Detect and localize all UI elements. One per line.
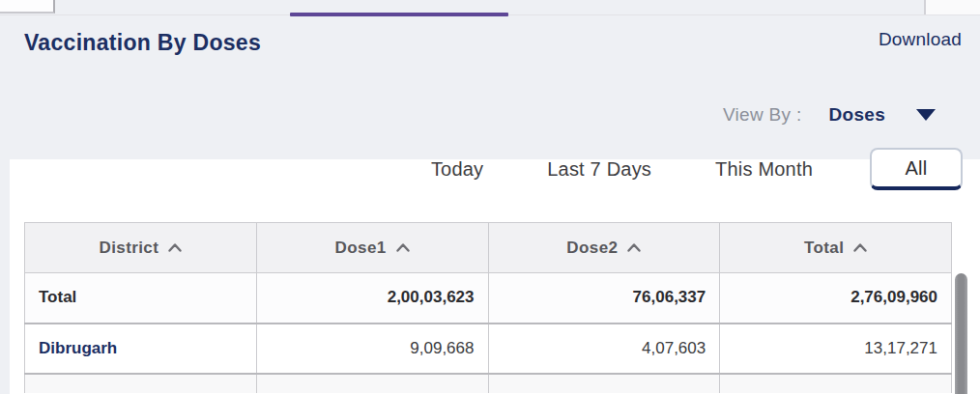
table-cell-dose1: 9,09,668 bbox=[256, 324, 488, 374]
table-cell-dose2: 76,06,337 bbox=[488, 273, 720, 324]
table-header-row: District Dose1 Dose2 Total bbox=[25, 223, 952, 273]
vaccination-dashboard-panel: Vaccination By Doses Download View By : … bbox=[0, 0, 980, 394]
table-cell-district: Dibrugarh bbox=[25, 324, 257, 374]
page-title: Vaccination By Doses bbox=[24, 30, 261, 56]
column-header-district[interactable]: District bbox=[25, 223, 257, 273]
dropdown-caret-icon[interactable] bbox=[916, 109, 936, 121]
district-link[interactable]: Dibrugarh bbox=[39, 339, 117, 357]
chevron-up-icon[interactable] bbox=[853, 238, 867, 257]
view-by-label: View By : bbox=[723, 104, 802, 126]
column-header-total[interactable]: Total bbox=[720, 223, 952, 273]
top-left-card-fragment bbox=[0, 0, 55, 14]
table-row-total: Total 2,00,03,623 76,06,337 2,76,09,960 bbox=[25, 273, 952, 324]
table-cell-district: Total bbox=[25, 273, 257, 324]
tab-all[interactable]: All bbox=[870, 148, 963, 190]
table-cell-dose1: 2,00,03,623 bbox=[256, 273, 488, 324]
active-tab-indicator-fragment bbox=[290, 13, 508, 16]
table-cell-dose2: 4,07,603 bbox=[488, 324, 720, 374]
time-filter-tabs: Today Last 7 Days This Month All bbox=[399, 148, 963, 190]
table-cell-total: 2,76,09,960 bbox=[720, 273, 952, 324]
top-right-card-fragment bbox=[924, 0, 980, 14]
download-button[interactable]: Download bbox=[879, 29, 962, 50]
view-by-dropdown[interactable]: View By : Doses bbox=[723, 104, 936, 126]
doses-table: District Dose1 Dose2 Total Total 2,00,03… bbox=[24, 222, 952, 393]
tab-last-7-days[interactable]: Last 7 Days bbox=[515, 148, 683, 190]
table-row-partial bbox=[25, 374, 952, 393]
tab-today[interactable]: Today bbox=[399, 148, 515, 190]
view-by-selected-value[interactable]: Doses bbox=[828, 104, 885, 126]
chevron-up-icon[interactable] bbox=[396, 238, 410, 257]
column-header-dose1[interactable]: Dose1 bbox=[256, 223, 488, 273]
tab-this-month[interactable]: This Month bbox=[683, 148, 845, 190]
chevron-up-icon[interactable] bbox=[627, 238, 641, 257]
table-row-dibrugarh: Dibrugarh 9,09,668 4,07,603 13,17,271 bbox=[25, 324, 952, 374]
column-header-dose2[interactable]: Dose2 bbox=[488, 223, 720, 273]
table-cell-total: 13,17,271 bbox=[720, 324, 952, 374]
vertical-scrollbar-thumb[interactable] bbox=[955, 273, 967, 394]
chevron-up-icon[interactable] bbox=[168, 238, 182, 257]
